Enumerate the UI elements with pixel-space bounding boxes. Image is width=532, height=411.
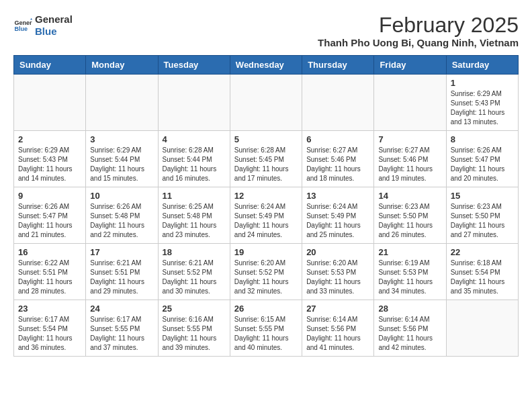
calendar-cell: 1Sunrise: 6:29 AM Sunset: 5:43 PM Daylig…	[446, 75, 518, 131]
day-number: 1	[451, 78, 514, 88]
day-number: 27	[306, 304, 369, 314]
logo: General Blue General Blue	[13, 13, 73, 38]
day-info: Sunrise: 6:29 AM Sunset: 5:43 PM Dayligh…	[18, 146, 81, 183]
calendar-cell: 25Sunrise: 6:16 AM Sunset: 5:55 PM Dayli…	[158, 300, 230, 357]
day-info: Sunrise: 6:23 AM Sunset: 5:50 PM Dayligh…	[451, 202, 514, 240]
day-number: 23	[18, 304, 81, 314]
day-info: Sunrise: 6:24 AM Sunset: 5:49 PM Dayligh…	[234, 202, 298, 240]
weekday-header-row: SundayMondayTuesdayWednesdayThursdayFrid…	[14, 56, 519, 75]
day-number: 10	[90, 191, 153, 201]
day-info: Sunrise: 6:21 AM Sunset: 5:51 PM Dayligh…	[90, 259, 153, 296]
logo-icon: General Blue	[13, 16, 32, 35]
day-info: Sunrise: 6:17 AM Sunset: 5:55 PM Dayligh…	[90, 315, 153, 353]
calendar-cell: 20Sunrise: 6:20 AM Sunset: 5:53 PM Dayli…	[302, 244, 374, 300]
day-info: Sunrise: 6:20 AM Sunset: 5:52 PM Dayligh…	[234, 259, 298, 296]
day-info: Sunrise: 6:16 AM Sunset: 5:55 PM Dayligh…	[163, 315, 226, 353]
day-number: 14	[378, 191, 441, 201]
page-header: General Blue General Blue February 2025 …	[13, 13, 519, 48]
calendar-cell: 22Sunrise: 6:18 AM Sunset: 5:54 PM Dayli…	[446, 244, 518, 300]
day-number: 12	[234, 191, 298, 201]
calendar-cell	[374, 75, 446, 131]
calendar-cell: 23Sunrise: 6:17 AM Sunset: 5:54 PM Dayli…	[14, 300, 86, 357]
weekday-header-monday: Monday	[86, 56, 158, 75]
calendar-cell: 16Sunrise: 6:22 AM Sunset: 5:51 PM Dayli…	[14, 244, 86, 300]
day-number: 15	[451, 191, 514, 201]
calendar-cell	[446, 300, 518, 357]
calendar-cell: 13Sunrise: 6:24 AM Sunset: 5:49 PM Dayli…	[302, 187, 374, 244]
day-number: 20	[306, 247, 369, 257]
calendar-cell: 14Sunrise: 6:23 AM Sunset: 5:50 PM Dayli…	[374, 187, 446, 244]
day-info: Sunrise: 6:26 AM Sunset: 5:47 PM Dayligh…	[451, 146, 514, 183]
day-info: Sunrise: 6:27 AM Sunset: 5:46 PM Dayligh…	[306, 146, 369, 183]
day-number: 21	[378, 247, 441, 257]
day-info: Sunrise: 6:15 AM Sunset: 5:55 PM Dayligh…	[234, 315, 298, 353]
day-info: Sunrise: 6:14 AM Sunset: 5:56 PM Dayligh…	[378, 315, 441, 353]
weekday-header-tuesday: Tuesday	[158, 56, 230, 75]
svg-text:Blue: Blue	[14, 26, 28, 32]
day-number: 9	[18, 191, 81, 201]
week-row-3: 9Sunrise: 6:26 AM Sunset: 5:47 PM Daylig…	[14, 187, 519, 244]
day-number: 8	[451, 134, 514, 144]
day-number: 19	[234, 247, 298, 257]
weekday-header-wednesday: Wednesday	[230, 56, 302, 75]
calendar-cell: 28Sunrise: 6:14 AM Sunset: 5:56 PM Dayli…	[374, 300, 446, 357]
day-number: 13	[306, 191, 369, 201]
calendar-cell	[230, 75, 302, 131]
calendar-cell: 24Sunrise: 6:17 AM Sunset: 5:55 PM Dayli…	[86, 300, 158, 357]
calendar-cell: 21Sunrise: 6:19 AM Sunset: 5:53 PM Dayli…	[374, 244, 446, 300]
location-title: Thanh Pho Uong Bi, Quang Ninh, Vietnam	[318, 37, 519, 48]
title-block: February 2025 Thanh Pho Uong Bi, Quang N…	[318, 13, 519, 48]
day-info: Sunrise: 6:29 AM Sunset: 5:43 PM Dayligh…	[451, 89, 514, 127]
day-number: 24	[90, 304, 153, 314]
calendar-cell	[14, 75, 86, 131]
calendar-cell: 11Sunrise: 6:25 AM Sunset: 5:48 PM Dayli…	[158, 187, 230, 244]
day-info: Sunrise: 6:19 AM Sunset: 5:53 PM Dayligh…	[378, 259, 441, 296]
month-title: February 2025	[318, 13, 519, 37]
day-number: 4	[163, 134, 226, 144]
calendar-cell: 26Sunrise: 6:15 AM Sunset: 5:55 PM Dayli…	[230, 300, 302, 357]
calendar-cell: 17Sunrise: 6:21 AM Sunset: 5:51 PM Dayli…	[86, 244, 158, 300]
calendar-cell: 15Sunrise: 6:23 AM Sunset: 5:50 PM Dayli…	[446, 187, 518, 244]
week-row-2: 2Sunrise: 6:29 AM Sunset: 5:43 PM Daylig…	[14, 131, 519, 187]
calendar-cell: 7Sunrise: 6:27 AM Sunset: 5:46 PM Daylig…	[374, 131, 446, 187]
calendar-cell	[302, 75, 374, 131]
calendar-cell: 8Sunrise: 6:26 AM Sunset: 5:47 PM Daylig…	[446, 131, 518, 187]
week-row-1: 1Sunrise: 6:29 AM Sunset: 5:43 PM Daylig…	[14, 75, 519, 131]
weekday-header-friday: Friday	[374, 56, 446, 75]
day-info: Sunrise: 6:28 AM Sunset: 5:45 PM Dayligh…	[234, 146, 298, 183]
day-info: Sunrise: 6:18 AM Sunset: 5:54 PM Dayligh…	[451, 259, 514, 296]
calendar-table: SundayMondayTuesdayWednesdayThursdayFrid…	[13, 55, 519, 357]
day-number: 6	[306, 134, 369, 144]
calendar-cell: 4Sunrise: 6:28 AM Sunset: 5:44 PM Daylig…	[158, 131, 230, 187]
day-info: Sunrise: 6:25 AM Sunset: 5:48 PM Dayligh…	[163, 202, 226, 240]
calendar-cell: 3Sunrise: 6:29 AM Sunset: 5:44 PM Daylig…	[86, 131, 158, 187]
calendar-cell: 18Sunrise: 6:21 AM Sunset: 5:52 PM Dayli…	[158, 244, 230, 300]
day-number: 26	[234, 304, 298, 314]
day-info: Sunrise: 6:26 AM Sunset: 5:48 PM Dayligh…	[90, 202, 153, 240]
day-number: 17	[90, 247, 153, 257]
day-number: 16	[18, 247, 81, 257]
logo-text: General Blue	[35, 13, 73, 38]
day-info: Sunrise: 6:27 AM Sunset: 5:46 PM Dayligh…	[378, 146, 441, 183]
day-info: Sunrise: 6:21 AM Sunset: 5:52 PM Dayligh…	[163, 259, 226, 296]
day-info: Sunrise: 6:26 AM Sunset: 5:47 PM Dayligh…	[18, 202, 81, 240]
calendar-cell: 19Sunrise: 6:20 AM Sunset: 5:52 PM Dayli…	[230, 244, 302, 300]
day-info: Sunrise: 6:14 AM Sunset: 5:56 PM Dayligh…	[306, 315, 369, 353]
week-row-5: 23Sunrise: 6:17 AM Sunset: 5:54 PM Dayli…	[14, 300, 519, 357]
weekday-header-sunday: Sunday	[14, 56, 86, 75]
weekday-header-thursday: Thursday	[302, 56, 374, 75]
calendar-cell: 5Sunrise: 6:28 AM Sunset: 5:45 PM Daylig…	[230, 131, 302, 187]
day-info: Sunrise: 6:20 AM Sunset: 5:53 PM Dayligh…	[306, 259, 369, 296]
day-number: 22	[451, 247, 514, 257]
day-info: Sunrise: 6:22 AM Sunset: 5:51 PM Dayligh…	[18, 259, 81, 296]
day-number: 18	[163, 247, 226, 257]
calendar-cell: 12Sunrise: 6:24 AM Sunset: 5:49 PM Dayli…	[230, 187, 302, 244]
calendar-cell: 6Sunrise: 6:27 AM Sunset: 5:46 PM Daylig…	[302, 131, 374, 187]
day-number: 5	[234, 134, 298, 144]
calendar-cell	[86, 75, 158, 131]
calendar-cell: 9Sunrise: 6:26 AM Sunset: 5:47 PM Daylig…	[14, 187, 86, 244]
week-row-4: 16Sunrise: 6:22 AM Sunset: 5:51 PM Dayli…	[14, 244, 519, 300]
day-number: 25	[163, 304, 226, 314]
day-number: 2	[18, 134, 81, 144]
calendar-cell: 2Sunrise: 6:29 AM Sunset: 5:43 PM Daylig…	[14, 131, 86, 187]
